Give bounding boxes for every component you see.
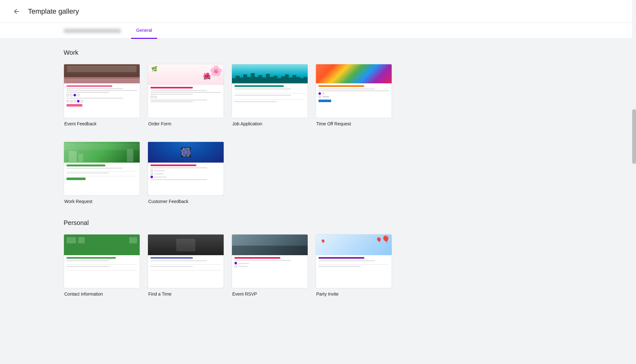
tabs-bar: General: [0, 23, 636, 39]
template-card-event-feedback[interactable]: Event Feedback: [64, 64, 140, 126]
template-name-find-a-time: Find a Time: [148, 291, 224, 297]
template-card-customer-feedback[interactable]: 🎆: [148, 142, 224, 204]
work-section: Work: [64, 49, 572, 204]
template-thumb-time-off-request: All Part-time: [316, 64, 392, 118]
work-templates-row2: Work Request 🎆: [64, 142, 572, 204]
template-name-event-rsvp: Event RSVP: [232, 291, 308, 297]
template-card-party-invite[interactable]: 🎈 🎈 🎈 Party Invite: [316, 234, 392, 297]
scrollbar[interactable]: [632, 0, 636, 364]
template-name-contact-information: Contact information: [64, 291, 140, 297]
template-card-order-form[interactable]: 🌸 🌺 🌿: [148, 64, 224, 126]
personal-section-title: Personal: [64, 219, 572, 227]
template-name-work-request: Work Request: [64, 199, 140, 204]
flower2-icon: 🌺: [203, 72, 211, 80]
template-thumb-contact-info: [64, 234, 140, 288]
template-thumb-find-time: [148, 234, 224, 288]
template-thumb-job-application: [232, 64, 308, 118]
template-card-work-request[interactable]: Work Request: [64, 142, 140, 204]
tab-general[interactable]: General: [131, 23, 157, 39]
page-title: Template gallery: [28, 7, 79, 16]
template-thumb-work-request: [64, 142, 140, 196]
flower-decoration-icon: 🌸: [210, 65, 222, 77]
template-name-job-application: Job Application: [232, 121, 308, 126]
template-thumb-customer-feedback: 🎆: [148, 142, 224, 196]
back-button[interactable]: [10, 5, 23, 18]
balloon2-icon: 🎈: [376, 237, 382, 243]
template-name-customer-feedback: Customer Feedback: [148, 199, 224, 204]
template-card-time-off-request[interactable]: All Part-time Time Off Request: [316, 64, 392, 126]
template-thumb-order-form: 🌸 🌺 🌿: [148, 64, 224, 118]
template-thumb-event-feedback: [64, 64, 140, 118]
template-thumb-event-rsvp: [232, 234, 308, 288]
template-card-event-rsvp[interactable]: Event RSVP: [232, 234, 308, 297]
fireworks-icon: 🎆: [180, 147, 192, 158]
template-name-order-form: Order Form: [148, 121, 224, 126]
work-templates-row1: Event Feedback 🌸 🌺 🌿: [64, 64, 572, 126]
personal-section: Personal: [64, 219, 572, 297]
template-name-party-invite: Party Invite: [316, 291, 392, 297]
template-card-contact-information[interactable]: Contact information: [64, 234, 140, 297]
balloons-icon: 🎈: [381, 235, 390, 244]
leaf-icon: 🌿: [151, 66, 157, 72]
work-section-title: Work: [64, 49, 572, 56]
template-thumb-party-invite: 🎈 🎈 🎈: [316, 234, 392, 288]
template-name-time-off-request: Time Off Request: [316, 121, 392, 126]
template-card-find-a-time[interactable]: Find a Time: [148, 234, 224, 297]
tab-blurred: [64, 29, 121, 33]
personal-templates: Contact information: [64, 234, 572, 297]
header: Template gallery: [0, 0, 636, 23]
template-name-event-feedback: Event Feedback: [64, 121, 140, 126]
back-arrow-icon: [13, 8, 20, 15]
balloon3-icon: 🎈: [321, 239, 325, 244]
template-card-job-application[interactable]: Job Application: [232, 64, 308, 126]
main-content: Work: [0, 39, 636, 317]
scrollbar-thumb[interactable]: [632, 109, 636, 164]
